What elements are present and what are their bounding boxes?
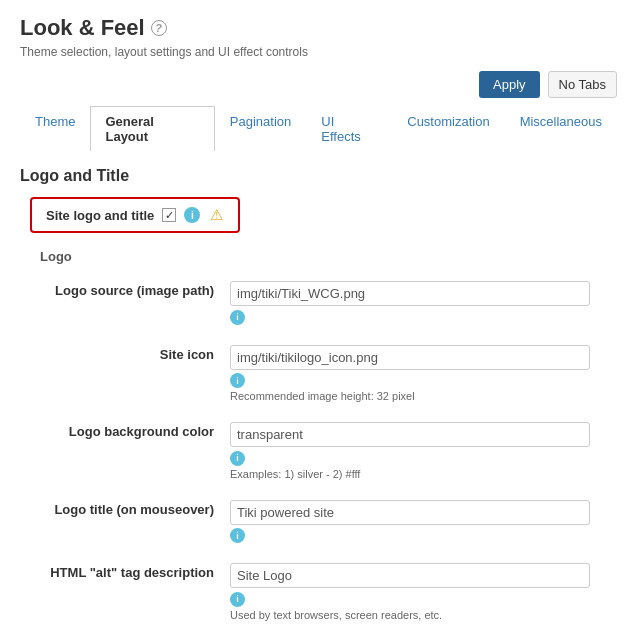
sub-section-logo: Logo <box>40 249 617 264</box>
field-help-text: Used by text browsers, screen readers, e… <box>230 609 611 621</box>
text-input-4[interactable] <box>230 563 590 588</box>
site-logo-warn-icon[interactable]: ⚠ <box>208 207 224 223</box>
field-label: Logo source (image path) <box>20 276 220 330</box>
tab-pagination[interactable]: Pagination <box>215 106 306 151</box>
tab-theme[interactable]: Theme <box>20 106 90 151</box>
field-input-cell: iRecommended image height: 32 pixel <box>220 340 617 408</box>
field-label: Logo title (on mouseover) <box>20 495 220 549</box>
site-logo-label: Site logo and title <box>46 208 154 223</box>
field-label: HTML "alt" tag description <box>20 558 220 626</box>
form-row: Logo background coloriExamples: 1) silve… <box>20 417 617 485</box>
tabs-bar: Theme General Layout Pagination UI Effec… <box>20 106 617 151</box>
page-title-text: Look & Feel <box>20 15 145 41</box>
section-title: Logo and Title <box>20 167 617 185</box>
spacer-row <box>20 626 617 636</box>
site-logo-and-title-option: Site logo and title i ⚠ <box>30 197 240 233</box>
field-info-row: i <box>230 308 611 325</box>
field-help-text: Recommended image height: 32 pixel <box>230 390 611 402</box>
info-icon-1[interactable]: i <box>230 373 245 388</box>
info-icon-0[interactable]: i <box>230 310 245 325</box>
logo-settings-form: Logo source (image path)iSite iconiRecom… <box>20 276 617 636</box>
text-input-1[interactable] <box>230 345 590 370</box>
help-icon[interactable]: ? <box>151 20 167 36</box>
field-input-cell: i <box>220 276 617 330</box>
tab-ui-effects[interactable]: UI Effects <box>306 106 392 151</box>
field-info-row: iUsed by text browsers, screen readers, … <box>230 590 611 621</box>
field-label: Site icon <box>20 340 220 408</box>
tab-customization[interactable]: Customization <box>392 106 504 151</box>
site-logo-info-icon[interactable]: i <box>184 207 200 223</box>
info-icon-2[interactable]: i <box>230 451 245 466</box>
text-input-3[interactable] <box>230 500 590 525</box>
field-info-row: iExamples: 1) silver - 2) #fff <box>230 449 611 480</box>
field-info-row: iRecommended image height: 32 pixel <box>230 372 611 403</box>
form-row: Logo title (on mouseover)i <box>20 495 617 549</box>
notabs-button[interactable]: No Tabs <box>548 71 617 98</box>
info-icon-4[interactable]: i <box>230 592 245 607</box>
field-input-cell: iExamples: 1) silver - 2) #fff <box>220 417 617 485</box>
form-row: HTML "alt" tag descriptioniUsed by text … <box>20 558 617 626</box>
info-icon-3[interactable]: i <box>230 528 245 543</box>
field-label: Logo background color <box>20 417 220 485</box>
page-title: Look & Feel ? <box>20 15 617 41</box>
spacer-row <box>20 485 617 495</box>
apply-button[interactable]: Apply <box>479 71 540 98</box>
field-info-row: i <box>230 527 611 544</box>
page-subtitle: Theme selection, layout settings and UI … <box>20 45 617 59</box>
spacer-row <box>20 407 617 417</box>
form-row: Logo source (image path)i <box>20 276 617 330</box>
top-toolbar: Apply No Tabs <box>20 71 617 98</box>
field-input-cell: iUsed by text browsers, screen readers, … <box>220 558 617 626</box>
form-row: Site iconiRecommended image height: 32 p… <box>20 340 617 408</box>
spacer-row <box>20 330 617 340</box>
text-input-2[interactable] <box>230 422 590 447</box>
field-input-cell: i <box>220 495 617 549</box>
text-input-0[interactable] <box>230 281 590 306</box>
site-logo-checkbox[interactable] <box>162 208 176 222</box>
spacer-row <box>20 548 617 558</box>
tab-general-layout[interactable]: General Layout <box>90 106 214 151</box>
field-help-text: Examples: 1) silver - 2) #fff <box>230 468 611 480</box>
tab-miscellaneous[interactable]: Miscellaneous <box>505 106 617 151</box>
